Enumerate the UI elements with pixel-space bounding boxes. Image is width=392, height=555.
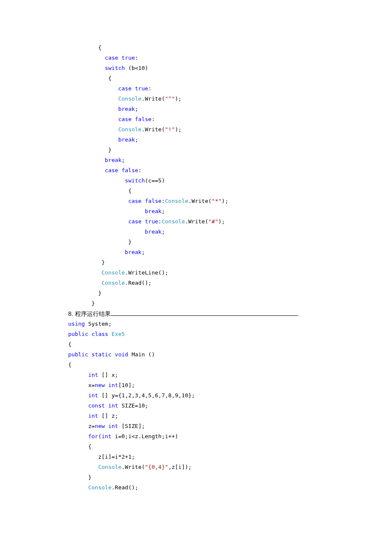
- answer-blank: [111, 315, 298, 316]
- question-text: 程序运行结果: [73, 310, 111, 317]
- code-block-1: { case true: switch (b<10) { case true: …: [68, 43, 324, 309]
- question-8: 8. 程序运行结果: [68, 309, 324, 319]
- code-block-2: using System; public class Exe5 { public…: [68, 319, 324, 493]
- question-number: 8.: [68, 310, 73, 317]
